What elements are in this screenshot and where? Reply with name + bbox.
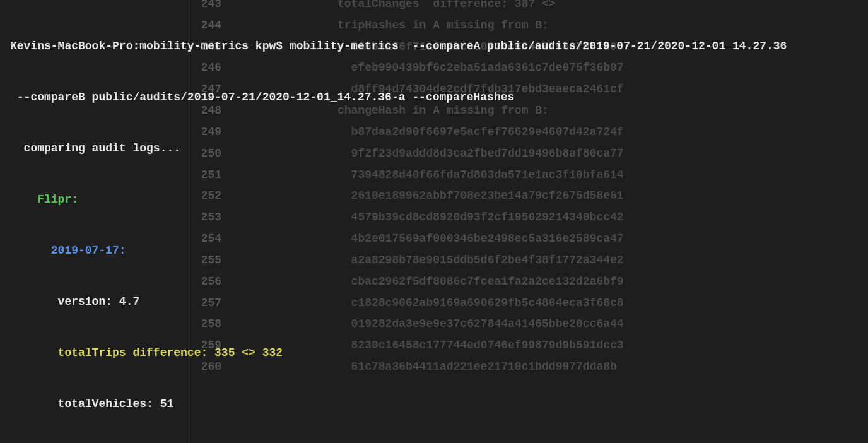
version-label: version: xyxy=(10,295,119,308)
total-vehicles-value: 51 xyxy=(160,398,174,410)
prompt-line-2: --compareB public/audits/2019-07-21/2020… xyxy=(10,89,858,106)
provider-name: Flipr: xyxy=(10,191,858,208)
version-line: version: 4.7 xyxy=(10,293,858,310)
total-vehicles-line: totalVehicles: 51 xyxy=(10,396,858,413)
total-trips-diff: totalTrips difference: 335 <> 332 xyxy=(10,345,858,362)
terminal-output[interactable]: Kevins-MacBook-Pro:mobility-metrics kpw$… xyxy=(0,0,868,443)
comparing-line: comparing audit logs... xyxy=(10,140,858,157)
audit-date: 2019-07-17: xyxy=(10,242,858,259)
version-value: 4.7 xyxy=(119,295,139,308)
total-vehicles-label: totalVehicles: xyxy=(10,398,160,410)
prompt-line-1: Kevins-MacBook-Pro:mobility-metrics kpw$… xyxy=(10,38,858,55)
